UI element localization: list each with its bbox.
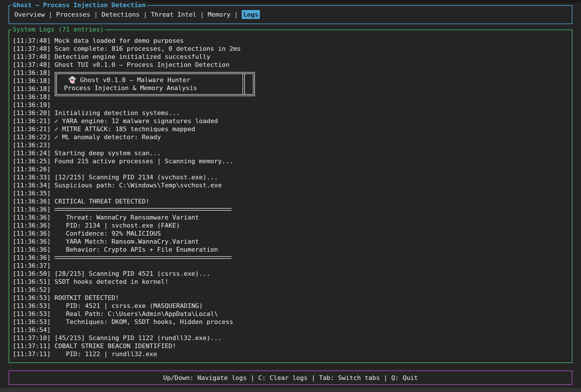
log-timestamp: [11:36:36] <box>13 214 51 221</box>
log-line: [11:36:36] Behavior: Crypto APIs + File … <box>13 246 572 254</box>
log-timestamp: [11:36:53] <box>13 302 51 309</box>
log-line: [11:37:48] Mock data loaded for demo pur… <box>13 37 572 45</box>
tab-separator: | <box>200 11 204 18</box>
log-message: Mock data loaded for demo purposes <box>51 37 184 44</box>
log-timestamp: [11:36:36] <box>13 238 51 245</box>
log-line: [11:36:54] <box>13 326 572 334</box>
log-message: Behavior: Crypto APIs + File Enumeration <box>51 246 218 253</box>
log-timestamp: [11:36:20] <box>13 109 51 117</box>
log-timestamp: [11:36:36] <box>13 198 51 205</box>
log-line: [11:36:53] PID: 4521 | csrss.exe (MASQUE… <box>13 302 572 310</box>
log-timestamp: [11:37:10] <box>13 334 51 341</box>
log-message <box>51 254 231 261</box>
log-line: [11:36:34] Suspicious path: C:\Windows\T… <box>13 181 572 189</box>
log-line: [11:36:22] ✓ ML anomaly detector: Ready <box>13 133 572 141</box>
log-line: [11:37:11] PID: 1122 | rundll32.exe <box>13 350 572 358</box>
log-message: COBALT STRIKE BEACON IDENTIFIED! <box>51 342 176 350</box>
log-line: [11:36:26] <box>13 165 572 173</box>
log-message: [28/215] Scanning PID 4521 (csrss.exe)..… <box>51 270 210 277</box>
log-message: ✓ ML anomaly detector: Ready <box>51 133 161 141</box>
log-line: [11:36:36] Threat: WannaCry Ransomware V… <box>13 214 572 222</box>
log-timestamp: [11:36:23] <box>13 141 51 149</box>
log-timestamp: [11:37:48] <box>13 61 51 68</box>
ghost-banner-line2: Process Injection & Memory Analysis <box>57 84 253 92</box>
log-message: SSDT hooks detected in kernel! <box>51 278 169 285</box>
log-message: Found 215 active processes | Scanning me… <box>51 158 233 165</box>
log-message: Confidence: 92% MALICIOUS <box>51 230 161 237</box>
log-timestamp: [11:36:51] <box>13 278 51 285</box>
log-line: [11:36:33] [12/215] Scanning PID 2134 (s… <box>13 173 572 181</box>
window-top-edge <box>129 0 581 3</box>
log-line: [11:36:36] CRITICAL THREAT DETECTED! <box>13 197 572 205</box>
tab-logs[interactable]: Logs <box>242 10 260 19</box>
tab-separator: | <box>234 11 238 18</box>
log-line: [11:36:21] ✓ MITRE ATT&CK: 185 technique… <box>13 125 572 133</box>
tab-detections[interactable]: Detections <box>102 11 140 18</box>
log-line: [11:36:20] Initializing detection system… <box>13 109 572 117</box>
log-message: Detection engine initialized successfull… <box>51 53 210 60</box>
log-line: [11:36:36] Confidence: 92% MALICIOUS <box>13 230 572 238</box>
log-timestamp: [11:36:18] <box>13 93 51 100</box>
log-message: YARA Match: Ransom.WannaCry.Variant <box>51 238 199 245</box>
log-timestamp: [11:36:21] <box>13 117 51 125</box>
log-timestamp: [11:36:18] <box>13 85 51 92</box>
window-bottom-edge <box>0 388 581 392</box>
log-message: Suspicious path: C:\Windows\Temp\svchost… <box>51 182 222 189</box>
log-message: [45/215] Scanning PID 1122 (rundll32.exe… <box>51 334 222 341</box>
status-bar: Up/Down: Navigate logs | C: Clear logs |… <box>9 370 572 385</box>
log-message: Real Path: C:\Users\Admin\AppData\Local\ <box>51 310 218 317</box>
log-line: [11:37:48] Scan complete: 816 processes,… <box>13 45 572 53</box>
log-line: [11:37:10] [45/215] Scanning PID 1122 (r… <box>13 334 572 342</box>
log-timestamp: [11:36:52] <box>13 286 51 293</box>
log-message: Threat: WannaCry Ransomware Variant <box>51 214 199 221</box>
log-timestamp: [11:36:21] <box>13 125 51 133</box>
ghost-banner-inner-border <box>243 74 245 94</box>
log-line: [11:36:52] <box>13 286 572 294</box>
log-timestamp: [11:36:25] <box>13 158 51 165</box>
log-timestamp: [11:37:11] <box>13 342 51 350</box>
tab-separator: | <box>143 11 147 18</box>
tab-threat-intel[interactable]: Threat Intel <box>151 11 196 18</box>
ghost-banner-line1: 👻 Ghost v0.1.0 — Malware Hunter <box>57 76 253 84</box>
log-timestamp: [11:36:36] <box>13 222 51 229</box>
log-message: CRITICAL THREAT DETECTED! <box>51 198 149 205</box>
log-line: [11:36:19] <box>13 101 572 109</box>
log-message <box>51 206 231 213</box>
log-message: Ghost TUI v0.1.0 — Process Injection Det… <box>51 61 229 68</box>
log-line: [11:36:36] <box>13 205 572 214</box>
log-timestamp: [11:36:22] <box>13 133 51 141</box>
log-timestamp: [11:36:19] <box>13 101 51 108</box>
log-message: PID: 2134 | svchost.exe (FAKE) <box>51 222 180 229</box>
log-message: Initializing detection systems... <box>51 109 180 117</box>
log-timestamp: [11:36:53] <box>13 294 51 301</box>
log-timestamp: [11:36:26] <box>13 166 51 173</box>
tab-processes[interactable]: Processes <box>56 11 90 18</box>
log-line: [11:36:36] <box>13 254 572 262</box>
log-line: [11:36:36] PID: 2134 | svchost.exe (FAKE… <box>13 222 572 230</box>
log-message: ROOTKIT DETECTED! <box>51 294 119 301</box>
log-timestamp: [11:36:34] <box>13 182 51 189</box>
log-message: PID: 1122 | rundll32.exe <box>51 350 157 358</box>
log-line: [11:36:24] Starting deep system scan... <box>13 149 572 157</box>
log-line: [11:37:48] Ghost TUI v0.1.0 — Process In… <box>13 61 572 69</box>
log-timestamp: [11:36:33] <box>13 174 51 181</box>
system-logs-panel: System Logs (71 entries) [11:37:48] Mock… <box>9 30 572 363</box>
log-line: [11:36:53] Techniques: DKOM, SSDT hooks,… <box>13 318 572 326</box>
log-timestamp: [11:36:53] <box>13 318 51 325</box>
tab-memory[interactable]: Memory <box>208 11 231 18</box>
log-line: [11:36:36] YARA Match: Ransom.WannaCry.V… <box>13 238 572 246</box>
log-message: ✓ MITRE ATT&CK: 185 techniques mapped <box>51 125 195 133</box>
log-message: [12/215] Scanning PID 2134 (svchost.exe)… <box>51 174 218 181</box>
tab-separator: | <box>94 11 98 18</box>
log-timestamp: [11:36:54] <box>13 326 51 333</box>
log-line: [11:36:35] <box>13 189 572 197</box>
log-timestamp: [11:37:48] <box>13 45 51 52</box>
log-timestamp: [11:36:24] <box>13 150 51 157</box>
log-timestamp: [11:36:18] <box>13 69 51 76</box>
tab-overview[interactable]: Overview <box>14 11 45 18</box>
log-line: [11:36:53] Real Path: C:\Users\Admin\App… <box>13 310 572 318</box>
log-divider <box>55 208 232 211</box>
log-timestamp: [11:36:50] <box>13 270 51 277</box>
log-line: [11:36:50] [28/215] Scanning PID 4521 (c… <box>13 270 572 278</box>
terminal-screen: Ghost — Process Injection Detection Over… <box>0 0 581 392</box>
